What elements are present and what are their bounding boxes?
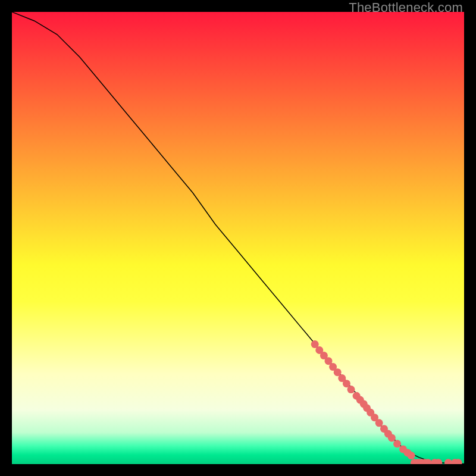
attribution-label: TheBottleneck.com — [349, 0, 463, 15]
chart-background — [12, 12, 464, 464]
